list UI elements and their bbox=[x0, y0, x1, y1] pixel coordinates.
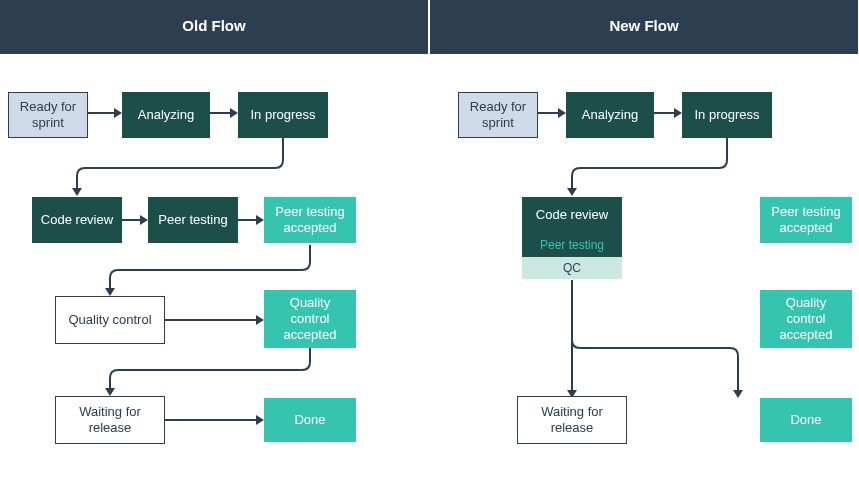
node-label: Code review bbox=[536, 207, 608, 223]
old-flow-title: Old Flow bbox=[182, 17, 245, 34]
node-label: Ready for sprint bbox=[465, 99, 531, 132]
node-label: Analyzing bbox=[582, 107, 638, 123]
svg-marker-9 bbox=[105, 288, 115, 296]
node-waiting-for-release: Waiting for release bbox=[55, 396, 165, 444]
svg-marker-8 bbox=[256, 215, 264, 225]
node-label: In progress bbox=[250, 107, 315, 123]
node-label: Ready for sprint bbox=[15, 99, 81, 132]
svg-marker-19 bbox=[567, 188, 577, 196]
node-done: Done bbox=[264, 398, 356, 442]
old-flow-header: Old Flow bbox=[0, 0, 428, 54]
node-code-review: Code review bbox=[32, 197, 122, 243]
node-ready-for-sprint: Ready for sprint bbox=[458, 92, 538, 138]
node-peer-testing-accepted: Peer testing accepted bbox=[760, 197, 852, 243]
node-peer-testing: Peer testing bbox=[522, 233, 622, 257]
new-flow-title: New Flow bbox=[609, 17, 678, 34]
node-peer-testing-accepted: Peer testing accepted bbox=[264, 197, 356, 243]
node-ready-for-sprint: Ready for sprint bbox=[8, 92, 88, 138]
node-quality-control-accepted: Quality control accepted bbox=[760, 290, 852, 348]
node-label: Peer testing accepted bbox=[271, 204, 349, 237]
node-label: Analyzing bbox=[138, 107, 194, 123]
node-in-progress: In progress bbox=[682, 92, 772, 138]
node-analyzing: Analyzing bbox=[566, 92, 654, 138]
node-label: Waiting for release bbox=[62, 404, 158, 437]
node-in-progress: In progress bbox=[238, 92, 328, 138]
node-label: Quality control accepted bbox=[767, 295, 845, 344]
node-label: Peer testing accepted bbox=[767, 204, 845, 237]
node-peer-testing: Peer testing bbox=[148, 197, 238, 243]
old-flow-panel: Old Flow Ready for sprint Analyzin bbox=[0, 0, 428, 500]
new-flow-header: New Flow bbox=[430, 0, 858, 54]
node-label: Done bbox=[294, 412, 325, 428]
node-qc: QC bbox=[522, 257, 622, 279]
node-label: In progress bbox=[694, 107, 759, 123]
new-flow-panel: New Flow Ready for sprint Analyzing In p… bbox=[430, 0, 858, 500]
node-label: Waiting for release bbox=[524, 404, 620, 437]
node-code-review: Code review bbox=[522, 197, 622, 233]
node-label: Quality control accepted bbox=[271, 295, 349, 344]
node-analyzing: Analyzing bbox=[122, 92, 210, 138]
svg-marker-20 bbox=[733, 390, 743, 398]
node-quality-control: Quality control bbox=[55, 296, 165, 344]
node-label: QC bbox=[563, 261, 581, 276]
svg-marker-11 bbox=[256, 315, 264, 325]
node-label: Code review bbox=[41, 212, 113, 228]
svg-marker-18 bbox=[674, 108, 682, 118]
node-waiting-for-release: Waiting for release bbox=[517, 396, 627, 444]
svg-marker-4 bbox=[72, 188, 82, 196]
node-label: Peer testing bbox=[158, 212, 227, 228]
node-quality-control-accepted: Quality control accepted bbox=[264, 290, 356, 348]
svg-marker-16 bbox=[558, 108, 566, 118]
node-label: Quality control bbox=[68, 312, 151, 328]
node-done: Done bbox=[760, 398, 852, 442]
node-label: Done bbox=[790, 412, 821, 428]
svg-marker-14 bbox=[256, 415, 264, 425]
svg-marker-3 bbox=[230, 108, 238, 118]
svg-marker-6 bbox=[140, 215, 148, 225]
node-label: Peer testing bbox=[540, 238, 604, 253]
svg-marker-1 bbox=[114, 108, 122, 118]
svg-marker-12 bbox=[105, 388, 115, 396]
